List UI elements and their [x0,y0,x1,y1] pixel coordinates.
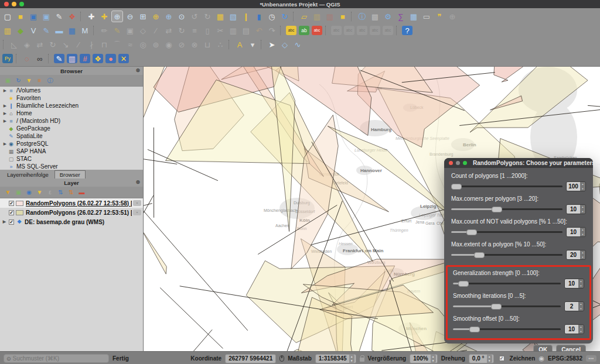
dock-tab-layerreihenfolge[interactable]: Layerreihenfolge [2,171,53,178]
browser-item-stac[interactable]: ▢STAC [0,155,143,163]
spin-down-icon[interactable]: ▾ [578,307,584,311]
zoom-to-selection-icon[interactable]: ⊕ [150,11,162,22]
param-spinbox[interactable]: 20▴▾ [566,250,586,260]
spin-down-icon[interactable]: ▾ [580,255,585,260]
copy-features-icon[interactable]: ▥ [227,25,239,36]
browser-item--macintosh-hd-[interactable]: ▶■/ (Macintosh HD) [0,117,143,125]
expand-arrow-icon[interactable]: ▶ [2,104,8,108]
slider-handle[interactable] [451,184,462,190]
new-layout-icon[interactable]: ▱ [298,11,310,22]
simplify-feature-icon[interactable]: ≈ [124,39,136,50]
param-slider[interactable] [451,229,562,235]
spin-up-icon[interactable]: ▴ [578,279,584,284]
add-line-feature-icon[interactable]: ∕ [150,25,162,36]
minimize-window-button[interactable] [12,2,16,6]
spin-down-icon[interactable]: ▾ [580,187,585,191]
search-input[interactable] [13,355,106,362]
map-canvas[interactable]: KielLübeckHamburgBerlinBrandenburgMeckle… [144,67,600,351]
style-manager-icon[interactable]: ❖ [66,11,78,22]
bird-plugin-icon[interactable]: ❖ [93,54,103,63]
close-window-button[interactable] [4,2,9,6]
add-raster-layer-icon[interactable]: ▦ [66,25,78,36]
add-geopackage-layer-icon[interactable]: ◆ [15,25,26,36]
slider-handle[interactable] [474,252,485,258]
refresh-map-icon[interactable]: ↻ [279,11,291,22]
map-tips-icon[interactable]: ❞ [434,11,445,22]
redo-icon[interactable]: ↷ [266,25,278,36]
new-memory-layer-icon[interactable]: ■ [337,11,349,22]
remove-layer-icon[interactable]: ▥ [324,11,336,22]
expand-all-icon[interactable]: ⇅ [56,188,65,197]
zoom-full-icon[interactable]: ⊞ [137,11,149,22]
text-annotation-icon[interactable]: A [234,39,246,50]
zoom-last-icon[interactable]: ↺ [189,11,200,22]
mouse-position-icon[interactable] [279,355,284,362]
style-manager-icon[interactable]: ▼ [4,188,12,197]
layer-visibility-checkbox[interactable]: ✓ [9,219,14,225]
delete-part-icon[interactable]: ⊗ [189,39,200,50]
show-visibility-icon[interactable]: ◉ [25,188,33,197]
browser-item-ms-sql-server[interactable]: »MS SQL-Server [0,163,143,170]
toggle-editing-icon[interactable]: ✎ [111,25,123,36]
rotate-feature-tool-icon[interactable]: ↻ [47,39,59,50]
zoom-in-icon[interactable]: ⊕ [111,11,123,22]
spinbox-steppers[interactable]: ▴▾ [580,250,585,259]
properties-info-icon[interactable]: ⓘ [46,76,54,85]
add-ring-icon[interactable]: ◎ [137,39,149,50]
show-hidden-labels-icon[interactable]: abc [344,26,354,35]
locator-search[interactable]: ⊙ [4,354,109,363]
param-slider[interactable] [453,304,561,310]
expand-arrow-icon[interactable]: ▶ [2,119,8,123]
add-feature-tool-icon[interactable]: ◈ [21,39,33,50]
dialog-titlebar[interactable]: RandomPolygons: Choose your parameters .… [444,158,593,168]
statusbar-overflow-button[interactable]: ⋯ [586,355,596,362]
slider-handle[interactable] [491,304,502,310]
layer-row[interactable]: ✓RandomPolygons (26.02.27 12:53:51) [200… [0,208,143,217]
data-source-manager-icon[interactable]: ▥ [2,25,13,36]
param-spinbox[interactable]: 10▴▾ [566,204,586,214]
paste-features-icon[interactable]: ▤ [240,25,252,36]
digitize-feature-icon[interactable]: ◇ [137,25,149,36]
crs-status[interactable]: EPSG:25832 [548,355,582,362]
collapse-properties-icon[interactable]: ≡ [35,76,44,85]
measure-ruler-icon[interactable]: ▭ [421,11,432,22]
expand-arrow-icon[interactable]: ▶ [2,88,8,93]
param-spinbox[interactable]: 2▴▾ [564,301,584,311]
digitize-shape-icon[interactable]: ◇ [279,39,291,50]
param-slider[interactable] [451,252,562,258]
save-edits-icon[interactable]: ▣ [124,25,136,36]
search-zoom-icon[interactable]: ⊕ [446,11,458,22]
profile-tool-icon[interactable]: ✎ [54,54,64,63]
attribute-table-icon[interactable]: ▦ [408,11,420,22]
expand-arrow-icon[interactable]: ▶ [2,111,8,116]
layer-diagram-icon[interactable]: ab [299,26,309,35]
scale-combobox[interactable]: 1:3158345▴▾ [315,354,356,363]
offset-curve-icon[interactable]: ⌒ [111,39,123,50]
split-features-icon[interactable]: ∕ [73,39,84,50]
statistics-sum-icon[interactable]: ∑ [395,11,407,22]
param-spinbox[interactable]: 10▴▾ [564,324,584,334]
fill-ring-icon[interactable]: ◉ [163,39,175,50]
spinbox-steppers[interactable]: ▴▾ [578,302,584,311]
magnifier-spinbox[interactable]: 100%▴▾ [410,354,438,363]
copy-canvas-icon[interactable]: ▥ [67,54,77,63]
add-postgis-layer-icon[interactable]: ▬ [53,25,65,36]
coordinate-value[interactable]: 262797 5964421 [225,354,276,363]
browser-close-icon[interactable]: ⊗ [135,67,140,73]
zoom-window-button[interactable] [19,2,24,6]
layer-row[interactable]: ▶✓❖DE: basemap.de grau (WMS) [0,217,143,226]
add-mesh-layer-icon[interactable]: M [79,25,91,36]
rotate-feature-icon[interactable]: ↻ [176,25,188,36]
add-vector-layer-icon[interactable]: V [28,25,39,36]
param-spinbox[interactable]: 10▴▾ [564,279,584,289]
rotate-label-icon[interactable]: abc [370,26,380,35]
spin-up-icon[interactable]: ▴ [580,228,585,232]
render-checkbox[interactable]: ✓ [499,356,504,361]
merge-features-icon[interactable]: ⊔ [202,39,213,50]
layer-close-icon[interactable]: ⊗ [135,179,140,185]
spin-up-icon[interactable]: ▴ [578,325,584,329]
browser-item-favoriten[interactable]: ★Favoriten [0,94,143,102]
layer-visibility-checkbox[interactable]: ✓ [9,201,14,206]
spin-up-icon[interactable]: ▴ [580,205,585,210]
scale-feature-icon[interactable]: ↘ [60,39,71,50]
